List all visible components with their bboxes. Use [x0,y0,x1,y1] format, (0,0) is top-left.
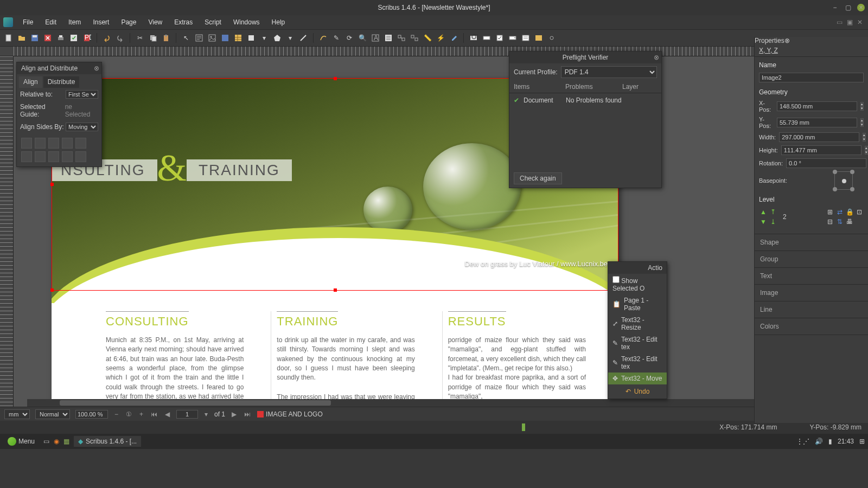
tab-text[interactable]: Text [755,268,868,285]
close-icon[interactable]: ⊗ [94,65,99,72]
mdi-close-icon[interactable]: ✕ [857,18,863,26]
zoom-icon[interactable]: 🔍 [357,33,368,43]
spin-up-icon[interactable]: ▴ [860,102,864,106]
last-page-icon[interactable]: ⏭ [243,410,252,418]
profile-select[interactable]: PDF 1.4 [561,66,657,78]
flip-v-icon[interactable]: ⇅ [835,217,844,226]
bezier-icon[interactable] [318,33,329,43]
align-center-v-icon[interactable] [35,151,46,162]
show-selected-checkbox[interactable] [612,276,620,283]
prev-page-icon[interactable]: ◀ [164,410,171,418]
scrollbar-horizontal[interactable] [27,399,868,407]
align-distribute-panel[interactable]: Align and Distribute⊗ Align Distribute R… [16,62,102,167]
align-center-h-icon[interactable] [35,138,46,149]
level-top-icon[interactable]: ⤒ [769,208,777,216]
canvas[interactable]: NSULTING & TRAINING Dew on grass by Luc … [14,56,868,407]
tab-distribute[interactable]: Distribute [43,76,80,88]
preflight-panel[interactable]: Preflight Verifier⊗ Current Profile:PDF … [509,51,662,188]
tab-colors[interactable]: Colors [755,318,868,335]
redo-icon[interactable] [114,33,125,43]
history-item[interactable]: ✎Text32 - Edit tex [608,353,667,373]
zoom-input[interactable] [75,410,108,419]
menu-view[interactable]: View [143,17,168,28]
pdf-annot-icon[interactable] [533,33,544,43]
files-icon[interactable]: ▦ [63,438,69,445]
save-icon[interactable] [29,33,40,43]
lock-size-icon[interactable]: ⊡ [855,208,864,216]
menu-item[interactable]: Item [63,17,86,28]
text-frame-icon[interactable] [194,33,205,43]
zoom-reset-icon[interactable]: ① [125,410,133,418]
page-number-input[interactable] [176,410,198,419]
print-icon[interactable] [55,33,66,43]
table-icon[interactable] [233,33,244,43]
zoom-out-icon[interactable]: − [113,410,119,418]
tray-overflow-icon[interactable]: ⊞ [859,438,865,445]
preflight-icon[interactable] [68,33,79,43]
menu-help[interactable]: Help [266,17,291,28]
ypos-input[interactable] [777,118,857,127]
menu-file[interactable]: File [17,17,39,28]
ungroup-icon[interactable]: ⊟ [826,217,834,226]
level-up-icon[interactable]: ▲ [759,208,768,216]
mdi-minimize-icon[interactable]: ▭ [837,18,843,26]
menu-windows[interactable]: Windows [228,17,265,28]
history-item-selected[interactable]: ✥Text32 - Move [608,373,667,384]
check-again-button[interactable]: Check again [514,172,562,184]
undo-icon[interactable] [101,33,112,43]
align-sides-select[interactable]: Moving i [66,123,98,131]
xpos-input[interactable] [777,101,857,111]
flip-h-icon[interactable]: ⇄ [835,208,844,216]
unlink-frames-icon[interactable] [409,33,420,43]
start-menu-button[interactable]: Menu [3,436,39,447]
tab-align[interactable]: Align [19,76,42,88]
preview-mode-select[interactable]: Normal [35,409,70,419]
new-doc-icon[interactable] [3,33,14,43]
freehand-icon[interactable]: ✎ [331,33,342,43]
history-item[interactable]: ⤢Text32 - Resize [608,314,667,333]
tab-image[interactable]: Image [755,285,868,301]
xyz-tab[interactable]: X, Y, Z [755,44,868,57]
menu-edit[interactable]: Edit [40,17,62,28]
arrow-dd-icon[interactable]: ▾ [259,33,270,43]
tab-shape[interactable]: Shape [755,234,868,251]
align-right-icon[interactable] [48,138,59,149]
page-dropdown-icon[interactable]: ▾ [203,410,209,418]
clock[interactable]: 21:43 [838,438,854,445]
edit-frame-icon[interactable]: A [370,33,381,43]
copy-props-icon[interactable]: ⚡ [435,33,446,43]
mdi-restore-icon[interactable]: ▣ [847,18,853,26]
paste-icon[interactable] [161,33,171,43]
copy-icon[interactable] [148,33,158,43]
print-enable-icon[interactable]: 🖶 [845,217,854,226]
show-desktop-icon[interactable]: ▭ [43,438,49,445]
align-text-right-icon[interactable] [75,138,86,149]
undo-button[interactable]: ↶Undo [608,384,667,399]
ruler-horizontal[interactable] [0,47,868,56]
align-text-bottom-icon[interactable] [75,151,86,162]
unit-select[interactable]: mm [4,409,30,419]
pdf-combobox-icon[interactable] [507,33,518,43]
export-pdf-icon[interactable]: PDF [81,33,92,43]
ruler-vertical[interactable] [0,56,14,407]
close-icon[interactable]: ⊗ [654,54,659,61]
render-frame-icon[interactable] [220,33,231,43]
shape-icon[interactable] [246,33,257,43]
close-doc-icon[interactable] [42,33,53,43]
level-bottom-icon[interactable]: ⤓ [769,217,777,226]
history-item[interactable]: 📋Page 1 - Paste [608,294,667,314]
basepoint-selector[interactable] [834,171,853,190]
zoom-in-icon[interactable]: + [138,410,144,418]
lock-icon[interactable]: 🔒 [845,208,854,216]
wifi-icon[interactable]: ⋮⋰ [796,438,809,445]
menu-page[interactable]: Page [116,17,142,28]
group-icon[interactable]: ⊞ [826,208,834,216]
close-icon[interactable]: ⊗ [784,37,790,44]
close-button[interactable]: × [857,4,865,11]
align-text-top-icon[interactable] [62,151,73,162]
rotate-icon[interactable]: ⟳ [344,33,355,43]
menu-insert[interactable]: Insert [87,17,114,28]
action-history-panel[interactable]: Actio Show Selected O 📋Page 1 - Paste ⤢T… [608,261,667,399]
link-frames-icon[interactable] [396,33,407,43]
taskbar-item-scribus[interactable]: ◆Scribus 1.4.6 - [... [74,436,141,447]
